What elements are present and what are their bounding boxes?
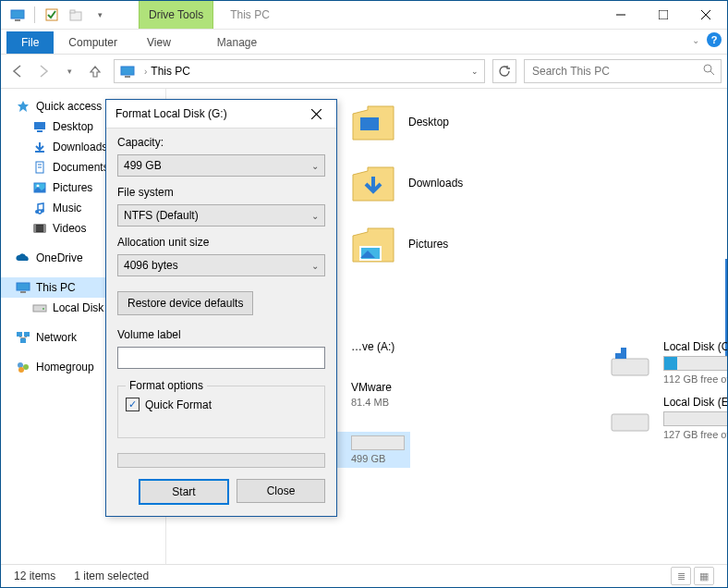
chevron-right-icon[interactable]: › xyxy=(144,67,147,77)
new-folder-icon[interactable] xyxy=(65,4,87,26)
folder-pictures[interactable]: Pictures xyxy=(351,220,463,268)
svg-rect-6 xyxy=(659,10,668,19)
status-bar: 12 items 1 item selected ≣ ▦ xyxy=(1,564,727,587)
help-icon[interactable]: ? xyxy=(707,32,722,47)
drive-e[interactable]: Local Disk (E:) 127 GB free of 127 GB xyxy=(610,396,727,440)
svg-rect-38 xyxy=(360,117,379,130)
back-button[interactable] xyxy=(6,60,29,82)
maximize-button[interactable] xyxy=(642,1,685,29)
svg-rect-14 xyxy=(37,130,42,132)
minimize-button[interactable] xyxy=(600,1,642,29)
window-title: This PC xyxy=(213,1,286,29)
svg-point-21 xyxy=(41,209,44,213)
quick-format-checkbox[interactable]: ✓ Quick Format xyxy=(126,398,317,411)
explorer-window: ▾ Drive Tools This PC File Computer View… xyxy=(0,0,728,588)
refresh-button[interactable] xyxy=(492,59,516,83)
network-icon xyxy=(16,330,30,345)
start-button[interactable]: Start xyxy=(139,479,229,505)
svg-rect-30 xyxy=(17,332,22,337)
svg-rect-32 xyxy=(20,338,26,343)
recent-dropdown-icon[interactable]: ▾ xyxy=(58,60,80,82)
file-tab[interactable]: File xyxy=(6,31,54,54)
svg-rect-24 xyxy=(34,225,36,232)
window-controls xyxy=(600,1,727,29)
manage-tab[interactable]: Manage xyxy=(202,31,272,54)
contextual-tab-area: Drive Tools This PC xyxy=(139,1,286,29)
progress-bar xyxy=(117,453,325,468)
svg-point-35 xyxy=(18,362,23,368)
address-bar[interactable]: › This PC ⌄ xyxy=(114,59,485,83)
svg-rect-43 xyxy=(612,414,649,431)
pc-icon xyxy=(118,62,137,80)
forward-button[interactable] xyxy=(32,60,55,82)
label: Videos xyxy=(53,222,86,235)
selection-count: 1 item selected xyxy=(74,570,149,582)
svg-point-36 xyxy=(23,364,29,370)
svg-rect-27 xyxy=(20,291,26,293)
label: Desktop xyxy=(408,116,449,129)
properties-icon[interactable] xyxy=(41,4,63,26)
svg-point-37 xyxy=(18,367,24,373)
ribbon-tabs: File Computer View Manage ⌄ ? xyxy=(1,30,727,55)
svg-rect-25 xyxy=(43,225,45,232)
label: Local Disk (C:) xyxy=(663,340,727,353)
item-count: 12 items xyxy=(14,570,55,582)
folder-downloads[interactable]: Downloads xyxy=(351,159,463,207)
pictures-icon xyxy=(32,180,47,195)
breadcrumb-thispc[interactable]: This PC xyxy=(151,65,190,78)
drive-c[interactable]: Local Disk (C:) 112 GB free of 128 GB xyxy=(610,340,727,385)
folder-desktop[interactable]: Desktop xyxy=(351,98,463,146)
dialog-title: Format Local Disk (G:) xyxy=(115,107,227,120)
label: VMware xyxy=(351,381,392,394)
quick-access-toolbar: ▾ xyxy=(1,1,111,29)
details-view-button[interactable]: ≣ xyxy=(671,567,691,585)
label: Documents xyxy=(53,161,109,174)
search-input[interactable] xyxy=(530,64,703,79)
drive-icon xyxy=(610,342,650,383)
label: Network xyxy=(36,331,77,344)
music-icon xyxy=(32,201,47,215)
drive-tools-tab[interactable]: Drive Tools xyxy=(139,0,213,29)
computer-tab[interactable]: Computer xyxy=(54,31,132,54)
filesystem-select[interactable]: NTFS (Default)⌄ xyxy=(117,204,325,227)
label: Pictures xyxy=(53,181,92,194)
drive-floppy[interactable]: …ve (A:) xyxy=(333,340,573,353)
separator xyxy=(34,6,35,23)
label: Desktop xyxy=(53,120,93,133)
dialog-close-button[interactable] xyxy=(305,103,327,125)
drive-g-partial[interactable]: 499 GB xyxy=(329,432,410,468)
close-button[interactable]: Close xyxy=(237,479,325,503)
filesystem-label: File system xyxy=(117,186,325,199)
drive-vmware[interactable]: VMware 81.4 MB xyxy=(333,381,573,408)
navigation-bar: ▾ › This PC ⌄ xyxy=(1,55,727,89)
search-box[interactable] xyxy=(524,59,722,83)
search-icon[interactable] xyxy=(703,64,715,79)
pc-icon xyxy=(16,280,30,295)
svg-line-12 xyxy=(710,71,714,75)
restore-defaults-button[interactable]: Restore device defaults xyxy=(117,291,253,315)
label: Downloads xyxy=(53,141,107,153)
ribbon-collapse-icon[interactable]: ⌄ xyxy=(692,35,699,45)
capacity-select[interactable]: 499 GB⌄ xyxy=(117,154,325,177)
svg-rect-13 xyxy=(34,122,45,129)
svg-rect-42 xyxy=(615,348,621,353)
sublabel: 127 GB free of 127 GB xyxy=(663,429,727,440)
pc-icon[interactable] xyxy=(6,4,29,26)
label: Pictures xyxy=(408,238,448,251)
dialog-titlebar[interactable]: Format Local Disk (G:) xyxy=(106,100,336,129)
titlebar: ▾ Drive Tools This PC xyxy=(1,1,727,30)
address-dropdown-icon[interactable]: ⌄ xyxy=(466,67,484,76)
view-tab[interactable]: View xyxy=(132,31,186,54)
svg-rect-40 xyxy=(612,359,649,375)
allocation-select[interactable]: 4096 bytes⌄ xyxy=(117,254,325,276)
drive-icon xyxy=(32,300,47,315)
documents-icon xyxy=(32,160,47,175)
close-button[interactable] xyxy=(685,1,727,29)
svg-rect-9 xyxy=(121,67,134,75)
up-button[interactable] xyxy=(84,60,106,82)
downloads-icon xyxy=(351,161,395,205)
large-icons-view-button[interactable]: ▦ xyxy=(694,567,714,585)
volume-label-input[interactable] xyxy=(117,347,325,369)
qat-dropdown-icon[interactable]: ▾ xyxy=(89,4,111,26)
capacity-label: Capacity: xyxy=(117,136,325,149)
